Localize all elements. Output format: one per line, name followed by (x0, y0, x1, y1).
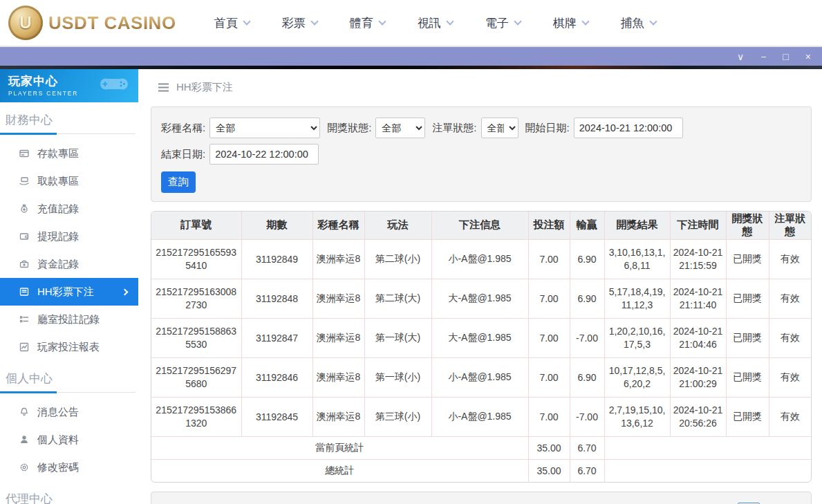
minimize-icon[interactable]: − (760, 52, 766, 62)
sidebar-item-player-bet-report[interactable]: 玩家投注報表 (0, 333, 138, 361)
cell-play: 第一球(大) (364, 318, 431, 357)
menu-icon[interactable] (158, 83, 169, 92)
table-row: 2152172951588635530 31192847 澳洲幸运8 第一球(大… (151, 318, 811, 357)
end-date-input[interactable] (209, 144, 319, 165)
sidebar-item-deposit[interactable]: 存款專區 (0, 140, 138, 167)
start-date-label: 開始日期: (525, 122, 570, 135)
cell-win-loss: 6.90 (570, 357, 604, 397)
cell-bet-time: 2024-10-21 21:00:29 (670, 357, 726, 397)
cell-play: 第三球(小) (364, 397, 431, 436)
col-order-status: 注單狀態 (769, 212, 811, 239)
sidebar-item-hall-bet-record[interactable]: 廳室投註記錄 (0, 306, 138, 333)
start-date-filter: 開始日期: (525, 118, 683, 138)
cell-win-loss: -7.00 (570, 397, 604, 436)
document-icon (19, 286, 30, 297)
cell-play: 第一球(小) (364, 357, 431, 397)
cell-play: 第二球(大) (364, 279, 431, 318)
sidebar-item-label: 修改密碼 (37, 461, 79, 474)
cell-order-id: 2152172951655935410 (151, 239, 241, 279)
close-icon[interactable]: × (805, 52, 811, 62)
page-summary-amount: 35.00 (528, 436, 570, 459)
cell-amount: 7.00 (528, 279, 570, 318)
chevron-down-icon (649, 17, 657, 25)
sidebar-item-label: 取款專區 (37, 175, 79, 188)
cell-result: 10,17,12,8,5,6,20,2 (604, 357, 670, 397)
sidebar-item-withdraw[interactable]: 取款專區 (0, 167, 138, 195)
top-header: U USDT CASINO 首頁 彩票 體育 視訊 電子 棋牌 捕魚 (0, 0, 822, 46)
nav-item-live[interactable]: 視訊 (418, 15, 453, 31)
filter-row: 彩種名稱: 全部 開獎狀態: 全部 注單狀態: 全 (161, 118, 801, 165)
cell-amount: 7.00 (528, 318, 570, 357)
page-title: HH彩票下注 (176, 81, 233, 94)
col-draw-status: 開獎狀態 (726, 212, 769, 239)
cell-order-id: 2152172951630082730 (151, 279, 241, 318)
cell-draw-status: 已開獎 (726, 239, 769, 279)
app-window: U USDT CASINO 首頁 彩票 體育 視訊 電子 棋牌 捕魚 ∨ − □… (0, 0, 822, 503)
cell-period: 31192849 (241, 239, 312, 279)
main-content: HH彩票下注 彩種名稱: 全部 開獎狀態: 全部 (138, 69, 822, 503)
section-divider (0, 133, 136, 134)
cell-order-status: 有效 (769, 279, 811, 318)
nav-item-slots[interactable]: 電子 (485, 15, 521, 31)
nav-item-lottery[interactable]: 彩票 (282, 15, 317, 31)
sidebar-item-change-password[interactable]: 修改密碼 (0, 454, 138, 481)
col-play: 玩法 (364, 212, 431, 239)
chart-icon (19, 342, 30, 353)
cell-bet-time: 2024-10-21 20:56:26 (670, 397, 726, 436)
nav-item-label: 彩票 (282, 15, 306, 31)
sidebar-item-funds-record[interactable]: 資金記錄 (0, 250, 138, 278)
nav-item-home[interactable]: 首頁 (214, 15, 250, 31)
user-icon (19, 434, 30, 445)
sidebar-item-withdrawal-record[interactable]: 提現記錄 (0, 223, 138, 250)
cell-order-id: 2152172951538661320 (151, 397, 241, 436)
sidebar-item-label: HH彩票下注 (37, 286, 94, 299)
bets-table: 訂單號 期數 彩種名稱 玩法 下注信息 投注額 輸贏 開獎結果 下注時間 開獎狀… (151, 212, 811, 482)
nav-item-label: 棋牌 (553, 15, 577, 31)
sidebar-item-label: 充值記錄 (37, 203, 79, 216)
sidebar-item-label: 消息公告 (37, 406, 79, 419)
bell-icon (19, 407, 30, 418)
page-summary-win-loss: 6.70 (570, 436, 604, 459)
draw-status-filter: 開獎狀態: 全部 (327, 118, 425, 138)
draw-status-select[interactable]: 全部 (375, 118, 425, 138)
col-result: 開獎結果 (604, 212, 670, 239)
col-period: 期數 (241, 212, 312, 239)
start-date-input[interactable] (574, 118, 683, 138)
logo-coin-letter: U (19, 13, 31, 32)
order-status-select[interactable]: 全部 (481, 118, 519, 138)
nav-item-sports[interactable]: 體育 (350, 15, 385, 31)
gear-icon (19, 462, 30, 473)
cell-bet-info: 小-A盤@1.985 (431, 239, 528, 279)
logo[interactable]: U USDT CASINO (8, 6, 176, 40)
sidebar-item-profile[interactable]: 個人資料 (0, 426, 138, 454)
nav-item-label: 捕魚 (621, 15, 644, 31)
cell-order-status: 有效 (769, 318, 811, 357)
col-lottery: 彩種名稱 (312, 212, 364, 239)
sidebar-item-announcements[interactable]: 消息公告 (0, 398, 138, 426)
search-button[interactable]: 查詢 (161, 171, 196, 193)
page-summary-empty (604, 436, 811, 459)
cell-order-id: 2152172951588635530 (151, 318, 241, 357)
order-status-label: 注單狀態: (432, 122, 476, 135)
nav-item-cards[interactable]: 棋牌 (553, 15, 588, 31)
cell-period: 31192846 (241, 357, 312, 397)
sidebar-header: 玩家中心 PLAYERS CENTER (0, 69, 138, 102)
maximize-icon[interactable]: □ (783, 52, 788, 62)
cell-period: 31192847 (241, 318, 312, 357)
sidebar-item-hh-lottery-bets[interactable]: HH彩票下注 (0, 278, 138, 306)
purse-icon (19, 259, 30, 270)
table-row: 2152172951538661320 31192845 澳洲幸运8 第三球(小… (151, 397, 811, 436)
cell-win-loss: -7.00 (570, 318, 604, 357)
total-summary-amount: 35.00 (528, 459, 570, 482)
cell-draw-status: 已開獎 (726, 279, 769, 318)
cell-lottery: 澳洲幸运8 (312, 318, 364, 357)
nav-item-fishing[interactable]: 捕魚 (621, 15, 656, 31)
lottery-select[interactable]: 全部 (209, 118, 320, 138)
cell-order-status: 有效 (769, 357, 811, 397)
sidebar-item-label: 玩家投注報表 (37, 341, 100, 354)
cell-draw-status: 已開獎 (726, 357, 769, 397)
cell-result: 3,10,16,13,1,6,8,11 (604, 239, 670, 279)
sidebar-section-finance: 財務中心 (6, 112, 138, 133)
collapse-icon[interactable]: ∨ (737, 52, 744, 62)
sidebar-item-recharge-record[interactable]: 充值記錄 (0, 195, 138, 223)
